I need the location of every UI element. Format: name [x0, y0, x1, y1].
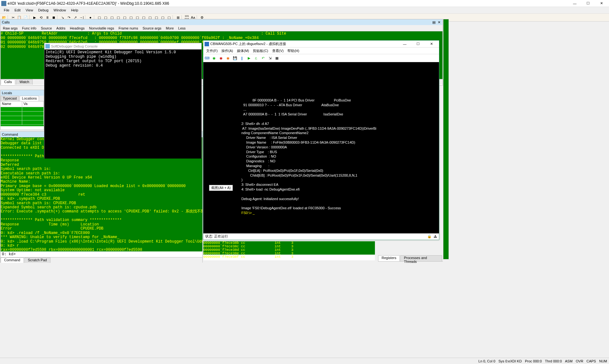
menubar: File Edit View Debug Window Help — [0, 7, 609, 13]
calls-srcargs[interactable]: Source args — [140, 26, 163, 31]
locals-title: Locals — [2, 91, 12, 95]
calls-more[interactable]: More — [164, 26, 176, 31]
statusbar: Ln 0, Col 0 Sys 0:eXDI KD Proc 000:0 Thr… — [0, 358, 609, 364]
softdbg-title: SoftDebugger Debug Console — [51, 44, 98, 48]
calls-source[interactable]: Source — [39, 26, 54, 31]
checkpoint-icon[interactable]: ⎌ — [253, 55, 259, 61]
nic-icon: 🖧 — [434, 235, 437, 238]
tab-scratch[interactable]: Scratch Pad — [24, 257, 50, 263]
softdbg-output[interactable]: Intel(R) UEFI Development Kit Debugger T… — [44, 49, 201, 159]
col-value[interactable]: Va — [22, 101, 44, 107]
lock-icon: 🔒 — [427, 234, 432, 238]
calls-title: Calls — [2, 20, 10, 24]
save-icon[interactable]: 💾 — [232, 55, 238, 61]
enhanced-icon[interactable]: ▦ — [274, 55, 279, 61]
window-title: eXDI 'exdi:clsid={F56FC1A6-3422-4320-A7F… — [8, 1, 568, 6]
dock-icon[interactable]: ▤ — [432, 20, 436, 24]
status-pos: Ln 0, Col 0 — [478, 359, 495, 363]
hv-console[interactable]: 8F 0000000A B - - 1 14 PCI Bus Driver Pc… — [203, 62, 439, 233]
menu-help[interactable]: Help — [69, 8, 81, 13]
status-asm: ASM — [565, 359, 573, 363]
command-title: Command — [2, 133, 18, 136]
tab-typecast[interactable]: Typecast — [1, 96, 19, 101]
menu-window[interactable]: Window — [51, 8, 69, 13]
calls-headings[interactable]: Headings — [68, 26, 87, 31]
hv-output: 8F 0000000A B - - 1 14 PCI Bus Driver Pc… — [241, 98, 377, 210]
tab-processes[interactable]: Processes and Threads — [400, 255, 442, 261]
menu-view[interactable]: View — [23, 8, 36, 13]
shutdown-icon[interactable]: ◉ — [226, 55, 231, 61]
locals-grid[interactable] — [1, 107, 44, 126]
tab-command[interactable]: Command — [1, 257, 24, 263]
hv-menu-media[interactable]: 媒体(M) — [235, 48, 251, 54]
close-icon[interactable]: ✕ — [437, 20, 441, 24]
hv-menu-view[interactable]: 查看(V) — [270, 48, 286, 54]
calls-addrs[interactable]: Addrs — [54, 26, 68, 31]
screenshot-tooltip: 截图(Alt + A) — [209, 185, 233, 191]
calls-framenums[interactable]: Frame nums — [116, 26, 141, 31]
ctrl-alt-del-icon[interactable]: ⌨ — [205, 55, 210, 61]
start-icon[interactable]: ◉ — [212, 55, 217, 61]
hv-menu-file[interactable]: 文件(F) — [204, 48, 219, 54]
hv-maximize-button[interactable]: ☐ — [412, 41, 424, 47]
calls-func-info[interactable]: Func info — [20, 26, 38, 31]
hv-title: CBWANG505-PC 上的 dbguefisov2 - 虚拟机连接 — [210, 42, 286, 46]
calls-raw-args[interactable]: Raw args — [1, 26, 20, 31]
menu-file[interactable]: File — [1, 8, 12, 13]
calls-nonvol[interactable]: Nonvolatile regs — [87, 26, 116, 31]
status-thrd: Thrd 000:0 — [545, 359, 562, 363]
col-name[interactable]: Name — [1, 101, 22, 107]
status-num: NUM — [599, 359, 607, 363]
maximize-button[interactable]: ☐ — [582, 0, 594, 7]
hv-menu-clipboard[interactable]: 剪贴板(C) — [251, 48, 270, 54]
vm-icon — [205, 42, 209, 46]
tab-locations[interactable]: Locations — [20, 96, 39, 101]
calls-less[interactable]: Less — [176, 26, 188, 31]
hv-minimize-button[interactable]: — — [398, 41, 411, 47]
status-ovr: OVR — [576, 359, 583, 363]
revert-icon[interactable]: ↶ — [260, 55, 265, 61]
menu-debug[interactable]: Debug — [36, 8, 51, 13]
console-icon — [45, 44, 50, 49]
hv-menu-action[interactable]: 操作(A) — [219, 48, 235, 54]
share-icon[interactable]: ⇲ — [267, 55, 272, 61]
tab-watch[interactable]: Watch — [16, 79, 33, 85]
hv-menu-help[interactable]: 帮助(H) — [285, 48, 301, 54]
minimize-button[interactable]: — — [568, 0, 581, 7]
disasm-panel-collapsed[interactable] — [443, 19, 449, 259]
turnoff-icon[interactable]: ◉ — [219, 55, 224, 61]
command-prompt: 0: kd> — [2, 252, 16, 257]
hv-prompt: FS0:\> _ — [241, 211, 255, 215]
disasm-output[interactable]: 00000000`f7ece38b cc int 3 00000000`f7ec… — [203, 241, 375, 255]
hv-close-button[interactable]: ✕ — [425, 41, 438, 47]
status-caps: CAPS — [586, 359, 596, 363]
pause-icon[interactable]: ‖ — [239, 55, 245, 61]
hv-status-text: 状态: 正在运行 — [205, 234, 228, 239]
tab-calls[interactable]: Calls — [1, 79, 15, 85]
close-button[interactable]: ✕ — [595, 0, 608, 7]
status-sys: Sys 0:eXDI KD — [499, 359, 522, 363]
command-input[interactable] — [17, 252, 201, 256]
app-icon — [1, 1, 6, 6]
reset-icon[interactable]: ▶ — [246, 55, 252, 61]
menu-edit[interactable]: Edit — [12, 8, 23, 13]
status-proc: Proc 000:0 — [525, 359, 542, 363]
tab-registers[interactable]: Registers — [378, 255, 400, 261]
